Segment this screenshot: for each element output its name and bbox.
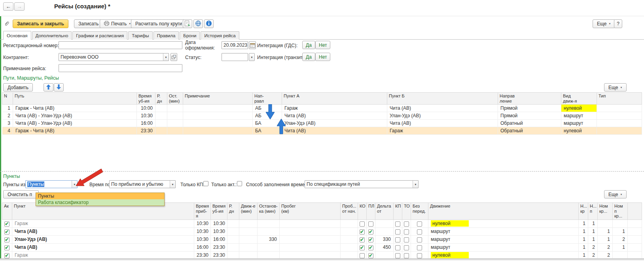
table-cell[interactable]: 16:00 [137, 120, 155, 127]
table-row[interactable]: Чита (АВ) 10:30 10:30 маршрут 1 [2, 227, 642, 235]
chevron-down-icon[interactable]: ▼ [413, 181, 418, 188]
table-cell[interactable]: 23:30 [137, 127, 155, 135]
table-cell[interactable] [167, 105, 183, 112]
table-cell[interactable] [613, 219, 628, 227]
table-cell[interactable]: нулевой [561, 105, 597, 112]
table-cell[interactable] [280, 227, 341, 235]
table-cell[interactable] [2, 243, 12, 251]
table-cell[interactable] [155, 120, 167, 127]
table-cell[interactable] [167, 112, 183, 120]
back-button[interactable]: ← [3, 2, 13, 11]
pl-checkbox[interactable] [368, 253, 373, 258]
to-checkbox[interactable] [404, 237, 409, 242]
table-cell[interactable] [239, 235, 258, 243]
table-cell[interactable]: маршрут [428, 227, 579, 235]
paths-more-button[interactable]: Еще▼ [604, 83, 627, 92]
table-cell[interactable] [341, 219, 358, 227]
save-close-button[interactable]: Записать и закрыть [13, 19, 68, 28]
table-cell[interactable] [394, 243, 402, 251]
tab-grafiki[interactable]: Графики и расписания [72, 31, 127, 40]
table-cell[interactable]: 16:00 [194, 243, 211, 251]
active-checkbox[interactable] [4, 253, 9, 258]
table-cell[interactable]: маршрут [428, 235, 579, 243]
table-cell[interactable]: 2 [2, 112, 13, 120]
table-cell[interactable] [367, 219, 375, 227]
table-row[interactable]: 3 Чита (АВ) - Улан-Удэ (АВ) 16:00 БА Ула… [2, 120, 642, 127]
active-checkbox[interactable] [4, 245, 9, 250]
note-input[interactable] [59, 64, 182, 72]
table-cell[interactable] [227, 235, 239, 243]
table-cell[interactable]: 16:00 [211, 235, 227, 243]
table-cell[interactable]: 1 [579, 227, 588, 235]
kp-checkbox[interactable] [395, 253, 400, 258]
table-cell[interactable]: 450 [375, 243, 394, 251]
table-cell[interactable]: Прямой [498, 112, 561, 120]
table-cell[interactable]: 2 [588, 243, 598, 251]
table-cell[interactable] [411, 243, 428, 251]
table-cell[interactable] [280, 243, 341, 251]
table-cell[interactable] [411, 235, 428, 243]
table-cell[interactable] [258, 219, 280, 227]
table-cell[interactable]: 330 [375, 235, 394, 243]
status-dropdown-button[interactable]: ▼ [249, 53, 255, 61]
table-cell[interactable] [367, 227, 375, 235]
calendar-button[interactable] [249, 41, 256, 49]
table-cell[interactable]: Гараж - Чита (АВ) [13, 127, 137, 135]
contragent-input[interactable]: Перевозчик ООО ▼ [59, 53, 169, 61]
table-cell[interactable]: 2 [598, 243, 613, 251]
table-cell[interactable] [167, 120, 183, 127]
table-cell[interactable] [280, 235, 341, 243]
report-button[interactable] [183, 19, 192, 28]
table-cell[interactable]: 1 [613, 243, 628, 251]
gds-yes-button[interactable]: Да [302, 41, 315, 49]
active-checkbox[interactable] [4, 229, 9, 235]
table-cell[interactable] [155, 105, 167, 112]
table-cell[interactable]: Обратный [498, 127, 561, 135]
table-cell[interactable] [394, 227, 402, 235]
table-cell[interactable] [2, 227, 12, 235]
table-cell[interactable] [358, 243, 367, 251]
date-input[interactable]: 20.09.2023 [222, 41, 248, 49]
add-row-button[interactable]: Добавить [3, 83, 33, 92]
info-button[interactable] [204, 19, 214, 28]
table-cell[interactable] [628, 243, 642, 251]
to-checkbox[interactable] [404, 221, 409, 227]
table-cell[interactable] [402, 227, 411, 235]
table-cell[interactable]: БА [253, 120, 282, 127]
table-row[interactable]: Гараж 10:30 10:30 нулевой 1 1 [2, 219, 642, 227]
table-row[interactable]: 2 Чита (АВ) - Улан-Удэ (АВ) 10:30 АБ Чит… [2, 112, 642, 120]
status-input[interactable] [222, 53, 248, 61]
ko-checkbox[interactable] [360, 229, 365, 235]
table-cell[interactable]: 1 [598, 227, 613, 235]
table-cell[interactable] [280, 219, 341, 227]
table-cell[interactable]: 10:30 [194, 219, 211, 227]
table-cell[interactable] [402, 235, 411, 243]
ko-checkbox[interactable] [360, 237, 365, 242]
table-cell[interactable]: АБ [253, 105, 282, 112]
table-cell[interactable]: 23:30 [211, 243, 227, 251]
table-cell[interactable]: 4 [2, 127, 13, 135]
table-cell[interactable]: 2 [613, 235, 628, 243]
table-cell[interactable]: 1 [579, 219, 588, 227]
table-cell[interactable]: 1 [579, 235, 588, 243]
table-cell[interactable]: АБ [253, 112, 282, 120]
table-cell[interactable] [239, 227, 258, 235]
table-cell[interactable]: 10:30 [194, 235, 211, 243]
table-cell[interactable]: Гараж [282, 105, 387, 112]
pl-checkbox[interactable] [368, 221, 373, 227]
table-cell[interactable] [341, 227, 358, 235]
table-cell[interactable]: нулевой [428, 219, 579, 227]
table-cell[interactable]: 1 [588, 235, 598, 243]
only-kp-checkbox[interactable] [203, 181, 208, 186]
reg-number-input[interactable] [59, 41, 182, 49]
table-cell[interactable] [402, 243, 411, 251]
bez-checkbox[interactable] [417, 245, 422, 250]
chevron-down-icon[interactable]: ▼ [163, 53, 169, 61]
table-cell[interactable]: Чита (АВ) [282, 112, 387, 120]
table-cell[interactable] [227, 219, 239, 227]
table-cell[interactable]: Чита (АВ) [12, 243, 194, 251]
dropdown-option-classifier[interactable]: Работа классификатор [36, 199, 164, 206]
tab-pravila[interactable]: Правила [153, 31, 179, 40]
table-cell[interactable]: 1 [588, 219, 598, 227]
globe-button[interactable] [193, 19, 203, 28]
